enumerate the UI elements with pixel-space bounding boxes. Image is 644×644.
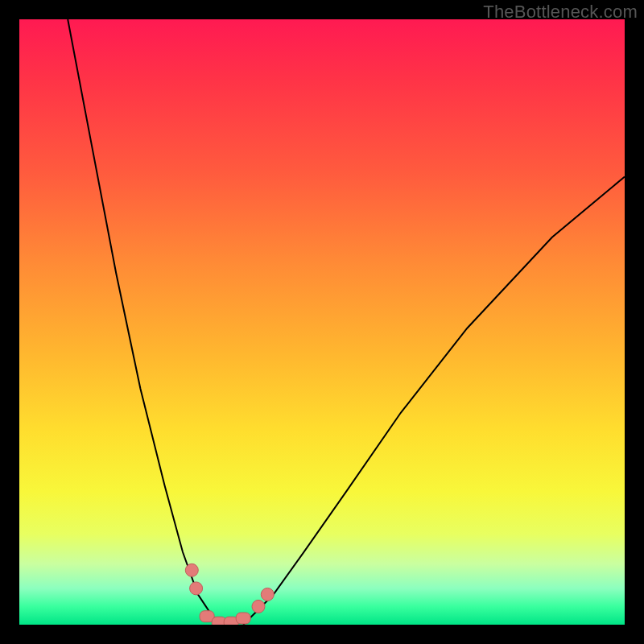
marker-dot <box>190 582 203 595</box>
marker-dot <box>185 564 198 576</box>
marker-dot <box>252 600 265 613</box>
marker-bar <box>236 613 250 624</box>
outer-frame: TheBottleneck.com <box>0 0 644 644</box>
curves-layer <box>19 19 625 625</box>
marker-dot <box>261 588 274 601</box>
markers-group <box>185 564 274 625</box>
plot-area <box>19 19 625 625</box>
curve-left <box>68 19 219 625</box>
curve-right <box>243 177 625 625</box>
